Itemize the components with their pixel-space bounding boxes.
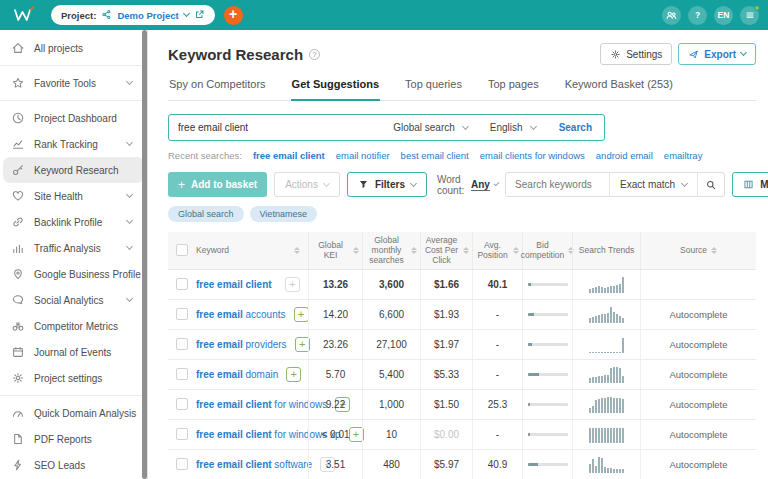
- row-checkbox[interactable]: [176, 278, 188, 290]
- trend-mini-chart: [589, 276, 624, 293]
- menu-icon[interactable]: [740, 6, 759, 25]
- recent-search-link[interactable]: best email client: [401, 150, 469, 161]
- sidebar-item-keyword-research[interactable]: Keyword Research: [3, 157, 144, 183]
- recent-search-link[interactable]: free email client: [253, 150, 325, 161]
- recent-search-link[interactable]: emailtray: [664, 150, 703, 161]
- add-project-button[interactable]: +: [224, 6, 243, 25]
- kei-cell: 23.26: [308, 330, 362, 359]
- table-row: free email client for windows xp + < 0.0…: [168, 420, 756, 450]
- bid-competition-bar: [528, 283, 568, 286]
- top-bar: Project: Demo Project + ? EN: [0, 0, 768, 30]
- keyword-link[interactable]: free email providers: [196, 339, 287, 350]
- users-icon[interactable]: [662, 6, 681, 25]
- sidebar-item-favorite-tools[interactable]: Favorite Tools: [3, 70, 144, 96]
- match-mode-select[interactable]: Exact match: [609, 173, 697, 196]
- position-cell: 40.9: [472, 450, 522, 479]
- sidebar-item-google-business-profile[interactable]: Google Business Profile: [3, 261, 144, 287]
- sort-icon: [711, 247, 717, 254]
- column-header-global-kei[interactable]: Global KEI: [308, 232, 362, 269]
- settings-label: Settings: [626, 49, 662, 60]
- actions-button[interactable]: Actions: [274, 172, 340, 197]
- keyword-link[interactable]: free email client: [196, 279, 272, 290]
- word-count-label: Word count:: [437, 174, 466, 196]
- sidebar-item-pdf-reports[interactable]: PDF Reports: [3, 426, 144, 452]
- table-search-group: Exact match: [505, 172, 725, 197]
- kei-cell: < 0.01: [308, 420, 362, 449]
- filter-tag-vietnamese[interactable]: Vietnamese: [250, 206, 317, 222]
- row-checkbox[interactable]: [176, 458, 188, 470]
- help-tooltip-icon[interactable]: ?: [309, 49, 320, 60]
- column-header-source[interactable]: Source: [640, 232, 756, 269]
- project-selector[interactable]: Project: Demo Project: [51, 5, 215, 25]
- row-checkbox[interactable]: [176, 368, 188, 380]
- search-scope-select[interactable]: Global search: [382, 115, 479, 140]
- tab-keyword-basket-253[interactable]: Keyword Basket (253): [564, 78, 674, 100]
- row-checkbox[interactable]: [176, 338, 188, 350]
- export-button[interactable]: Export: [678, 43, 756, 65]
- volume-cell: 6,600: [362, 300, 420, 329]
- search-submit-button[interactable]: Search: [547, 115, 604, 140]
- sidebar-item-traffic-analysis[interactable]: Traffic Analysis: [3, 235, 144, 261]
- recent-search-link[interactable]: email clients for windows: [480, 150, 585, 161]
- link-icon: [11, 215, 25, 229]
- app-logo[interactable]: [13, 6, 35, 24]
- column-label: Source: [680, 245, 707, 255]
- sidebar-item-rank-tracking[interactable]: Rank Tracking: [3, 131, 144, 157]
- manage-columns-button[interactable]: Manage columns: [732, 172, 768, 197]
- help-icon[interactable]: ?: [688, 6, 707, 25]
- row-checkbox[interactable]: [176, 428, 188, 440]
- sidebar-item-project-settings[interactable]: Project settings: [3, 365, 144, 391]
- settings-button[interactable]: Settings: [600, 43, 672, 65]
- column-header-bid-competition[interactable]: Bid competition: [522, 232, 572, 269]
- sidebar-item-label: Quick Domain Analysis: [34, 408, 136, 419]
- tab-top-queries[interactable]: Top queries: [404, 78, 463, 100]
- recent-search-link[interactable]: email notifier: [336, 150, 390, 161]
- sidebar-item-social-analytics[interactable]: Social Analytics: [3, 287, 144, 313]
- sidebar-item-journal-of-events[interactable]: Journal of Events: [3, 339, 144, 365]
- sidebar-item-seo-leads[interactable]: SEO Leads: [3, 452, 144, 478]
- sidebar-item-backlink-profile[interactable]: Backlink Profile: [3, 209, 144, 235]
- sidebar-item-competitor-metrics[interactable]: Competitor Metrics: [3, 313, 144, 339]
- recent-search-link[interactable]: android email: [596, 150, 653, 161]
- keyword-query-input[interactable]: [169, 122, 382, 133]
- sidebar-item-site-health[interactable]: Site Health: [3, 183, 144, 209]
- project-name: Demo Project: [117, 10, 178, 21]
- column-header-avg-position[interactable]: Avg. Position: [472, 232, 522, 269]
- keyword-link[interactable]: free email accounts: [196, 309, 286, 320]
- star-icon: [11, 76, 25, 90]
- kei-cell: 9.22: [308, 390, 362, 419]
- trend-mini-chart: [589, 306, 624, 323]
- row-checkbox[interactable]: [176, 308, 188, 320]
- sidebar-scrollbar[interactable]: [142, 30, 147, 479]
- language-select[interactable]: English: [479, 115, 547, 140]
- sidebar-item-quick-domain-analysis[interactable]: Quick Domain Analysis: [3, 400, 144, 426]
- tab-top-pages[interactable]: Top pages: [487, 78, 540, 100]
- word-count-value[interactable]: Any: [471, 179, 490, 191]
- tab-spy-on-competitors[interactable]: Spy on Competitors: [168, 78, 267, 100]
- filters-button[interactable]: Filters: [347, 172, 427, 197]
- keyword-link[interactable]: free email domain: [196, 369, 278, 380]
- sidebar-item-label: PDF Reports: [34, 434, 92, 445]
- column-header-keyword[interactable]: Keyword: [168, 232, 308, 269]
- add-keyword-to-basket-button[interactable]: +: [286, 367, 301, 382]
- table-search-input[interactable]: [506, 179, 609, 190]
- column-header-average-cost-per-click[interactable]: Average Cost Per Click: [420, 232, 472, 269]
- cpc-cell: $1.66: [420, 270, 472, 299]
- trend-mini-chart: [589, 366, 624, 383]
- tab-get-suggestions[interactable]: Get Suggestions: [291, 78, 380, 101]
- open-project-icon[interactable]: [194, 9, 205, 22]
- add-to-basket-button[interactable]: + Add to basket: [168, 172, 267, 197]
- sidebar-item-project-dashboard[interactable]: Project Dashboard: [3, 105, 144, 131]
- column-header-global-monthly-searches[interactable]: Global monthly searches: [362, 232, 420, 269]
- table-search-button[interactable]: [697, 173, 724, 196]
- keyword-link[interactable]: free email client software: [196, 459, 312, 470]
- sidebar-divider: [0, 395, 147, 396]
- select-all-checkbox[interactable]: [176, 244, 188, 256]
- match-mode-value: Exact match: [620, 179, 675, 190]
- filter-tag-global-search[interactable]: Global search: [168, 206, 244, 222]
- add-keyword-to-basket-button[interactable]: +: [294, 307, 309, 322]
- sidebar-item-all-projects[interactable]: All projects: [3, 35, 144, 61]
- row-checkbox[interactable]: [176, 398, 188, 410]
- add-keyword-to-basket-button[interactable]: +: [285, 277, 300, 292]
- language-selector[interactable]: EN: [714, 6, 733, 25]
